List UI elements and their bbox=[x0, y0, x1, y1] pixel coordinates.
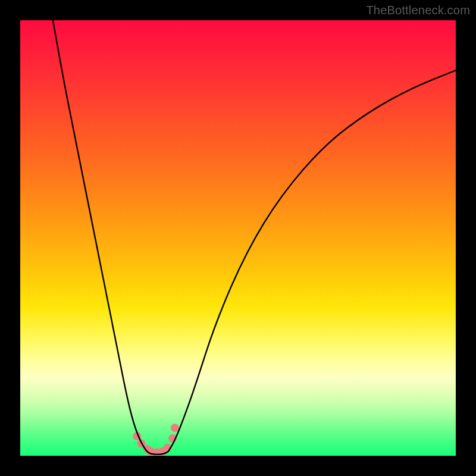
gradient-plot-area bbox=[20, 20, 456, 456]
watermark-label: TheBottleneck.com bbox=[366, 4, 470, 17]
chart-frame: TheBottleneck.com bbox=[0, 0, 476, 476]
